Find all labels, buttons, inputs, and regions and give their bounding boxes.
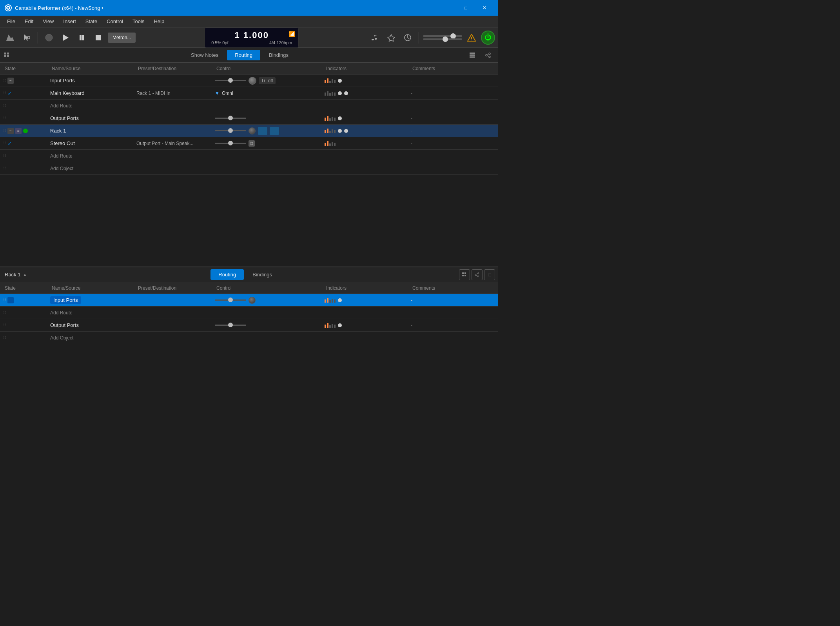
- table-row[interactable]: ⠿ Add Object: [0, 162, 498, 175]
- table-row[interactable]: ⠿ ✓ Main Keyboard Rack 1 - MIDI In ▼ Omn…: [0, 87, 498, 100]
- svg-point-22: [489, 56, 490, 58]
- warning-btn[interactable]: [464, 31, 479, 45]
- comment-cell: -: [408, 297, 478, 303]
- add-route-label[interactable]: Add Route: [50, 153, 73, 159]
- pause-btn[interactable]: [75, 31, 89, 45]
- volume-control[interactable]: [215, 299, 246, 301]
- minimize-button[interactable]: ─: [438, 0, 456, 16]
- slider-track[interactable]: [215, 325, 246, 326]
- table-row[interactable]: ⠿ Add Route: [0, 150, 498, 162]
- table-row[interactable]: ⠿ − ≡ Rack 1: [0, 125, 498, 137]
- volume-control[interactable]: [215, 325, 246, 326]
- record-btn[interactable]: [42, 31, 56, 45]
- menu-help[interactable]: Help: [150, 17, 168, 26]
- comment-text: -: [411, 91, 412, 96]
- drag-handle-icon[interactable]: ⠿: [3, 154, 6, 158]
- drag-handle-icon[interactable]: ⠿: [3, 310, 6, 315]
- drag-handle-icon[interactable]: ⠿: [3, 336, 6, 340]
- volume-control[interactable]: [215, 130, 246, 131]
- menu-file[interactable]: File: [3, 17, 19, 26]
- slider-track[interactable]: [215, 143, 246, 144]
- tune-btn[interactable]: [384, 31, 398, 45]
- add-object-label[interactable]: Add Object: [50, 335, 73, 341]
- drag-handle-icon[interactable]: ⠿: [3, 78, 6, 83]
- volume-control[interactable]: [215, 80, 246, 81]
- add-route-label[interactable]: Add Route: [50, 310, 73, 316]
- lower-tab-bindings[interactable]: Bindings: [245, 269, 280, 280]
- cursor-btn[interactable]: [20, 31, 34, 45]
- knob[interactable]: [249, 127, 256, 134]
- slider-track[interactable]: [215, 130, 246, 131]
- mute-button[interactable]: □: [249, 140, 255, 147]
- level-indicator: [325, 116, 336, 121]
- table-row[interactable]: ⠿ − Input Ports Tr: off -: [0, 74, 498, 87]
- table-row[interactable]: ⠿ Output Ports -: [0, 112, 498, 125]
- menu-insert[interactable]: Insert: [59, 17, 80, 26]
- menu-control[interactable]: Control: [103, 17, 127, 26]
- drag-handle-icon[interactable]: ⠿: [3, 141, 6, 145]
- drag-handle-icon[interactable]: ⠿: [3, 166, 6, 171]
- indicator-dot-2: [344, 129, 348, 133]
- stop-btn[interactable]: [91, 31, 105, 45]
- note-btn[interactable]: [368, 31, 382, 45]
- knob[interactable]: [249, 77, 256, 85]
- drag-handle-icon[interactable]: ⠿: [3, 91, 6, 95]
- play-btn[interactable]: [58, 31, 73, 45]
- metronome-button[interactable]: Metron...: [108, 33, 136, 43]
- pitch-slider[interactable]: [423, 38, 462, 40]
- add-route-label[interactable]: Add Route: [50, 103, 73, 109]
- clock-btn[interactable]: [401, 31, 415, 45]
- power-button[interactable]: ⏻: [481, 31, 495, 45]
- state-button-1[interactable]: [258, 127, 267, 135]
- menu-state[interactable]: State: [82, 17, 101, 26]
- volume-control[interactable]: [215, 118, 246, 119]
- save-button[interactable]: ≡: [15, 128, 22, 134]
- slider-track[interactable]: [215, 80, 246, 81]
- drag-handle-icon[interactable]: ⠿: [3, 103, 6, 108]
- lower-share-icon[interactable]: [472, 269, 483, 280]
- indicator-dot-1: [338, 129, 342, 133]
- drag-handle-icon[interactable]: ⠿: [3, 298, 6, 302]
- svg-line-10: [408, 38, 409, 39]
- collapse-button[interactable]: −: [7, 78, 14, 84]
- name-cell: Add Object: [47, 166, 133, 171]
- close-button[interactable]: ✕: [475, 0, 493, 16]
- table-row[interactable]: ⠿ Add Route: [0, 100, 498, 112]
- table-row[interactable]: ⠿ Add Route: [0, 307, 498, 319]
- menu-edit[interactable]: Edit: [21, 17, 37, 26]
- tab-routing[interactable]: Routing: [227, 50, 260, 60]
- add-object-label[interactable]: Add Object: [50, 166, 73, 171]
- view-icon[interactable]: [465, 48, 479, 63]
- drag-handle-icon[interactable]: ⠿: [3, 129, 6, 133]
- table-row[interactable]: ⠿ Add Object: [0, 332, 498, 344]
- table-row[interactable]: ⠿ − Input Ports: [0, 294, 498, 307]
- knob[interactable]: [249, 297, 256, 304]
- volume-control[interactable]: [215, 143, 246, 144]
- drag-handle-icon[interactable]: ⠿: [3, 323, 6, 327]
- collapse-button[interactable]: −: [7, 297, 14, 303]
- table-row[interactable]: ⠿ ✓ Stereo Out Output Port - Main Speak.…: [0, 137, 498, 150]
- menu-tools[interactable]: Tools: [129, 17, 148, 26]
- state-button-2[interactable]: [270, 127, 279, 135]
- share-icon[interactable]: [481, 48, 495, 63]
- svg-rect-18: [470, 53, 475, 54]
- lower-window-icon[interactable]: □: [484, 269, 495, 280]
- lower-tab-routing[interactable]: Routing: [210, 269, 244, 280]
- logo-btn[interactable]: [3, 31, 17, 45]
- svg-point-32: [475, 274, 476, 275]
- slider-track[interactable]: [215, 118, 246, 119]
- tab-show-notes[interactable]: Show Notes: [183, 50, 226, 60]
- window-controls[interactable]: ─ □ ✕: [438, 0, 493, 16]
- table-row[interactable]: ⠿ Output Ports: [0, 319, 498, 332]
- lower-grid-icon[interactable]: [459, 269, 470, 280]
- maximize-button[interactable]: □: [457, 0, 475, 16]
- grid-icon[interactable]: [0, 48, 14, 63]
- row-name: Output Ports: [50, 322, 79, 328]
- volume-slider[interactable]: [423, 35, 462, 37]
- lower-tabs: Routing Bindings: [31, 269, 459, 280]
- tab-bindings[interactable]: Bindings: [261, 50, 296, 60]
- slider-track[interactable]: [215, 299, 246, 301]
- drag-handle-icon[interactable]: ⠿: [3, 116, 6, 120]
- collapse-button[interactable]: −: [7, 128, 14, 134]
- menu-view[interactable]: View: [39, 17, 58, 26]
